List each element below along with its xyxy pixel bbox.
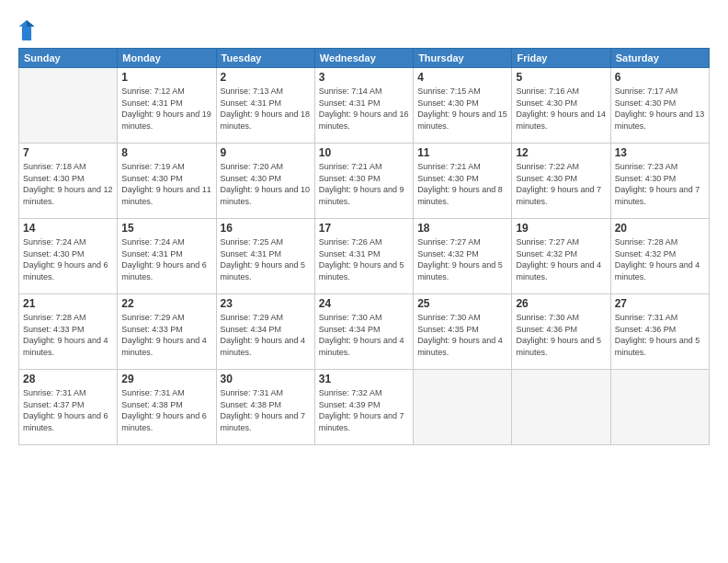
- day-number: 26: [516, 297, 606, 310]
- day-info: Sunrise: 7:26 AMSunset: 4:31 PMDaylight:…: [319, 236, 409, 282]
- day-info: Sunrise: 7:28 AMSunset: 4:32 PMDaylight:…: [615, 236, 705, 282]
- calendar-cell: 13Sunrise: 7:23 AMSunset: 4:30 PMDayligh…: [610, 144, 709, 219]
- calendar-cell: 17Sunrise: 7:26 AMSunset: 4:31 PMDayligh…: [314, 219, 413, 294]
- calendar: SundayMondayTuesdayWednesdayThursdayFrid…: [18, 48, 710, 445]
- day-info: Sunrise: 7:14 AMSunset: 4:31 PMDaylight:…: [319, 86, 409, 132]
- calendar-week-row: 7Sunrise: 7:18 AMSunset: 4:30 PMDaylight…: [19, 144, 710, 219]
- day-number: 14: [23, 222, 113, 235]
- calendar-week-row: 28Sunrise: 7:31 AMSunset: 4:37 PMDayligh…: [19, 370, 710, 445]
- header: [18, 17, 710, 40]
- day-info: Sunrise: 7:31 AMSunset: 4:38 PMDaylight:…: [221, 387, 311, 433]
- calendar-cell: 3Sunrise: 7:14 AMSunset: 4:31 PMDaylight…: [314, 68, 413, 144]
- calendar-cell: 30Sunrise: 7:31 AMSunset: 4:38 PMDayligh…: [216, 370, 314, 445]
- calendar-week-row: 14Sunrise: 7:24 AMSunset: 4:30 PMDayligh…: [19, 219, 710, 294]
- logo-icon: [18, 20, 35, 40]
- logo: [18, 20, 39, 40]
- day-info: Sunrise: 7:19 AMSunset: 4:30 PMDaylight:…: [121, 161, 211, 207]
- calendar-week-row: 21Sunrise: 7:28 AMSunset: 4:33 PMDayligh…: [19, 294, 710, 370]
- weekday-header: Tuesday: [216, 49, 314, 68]
- day-number: 28: [23, 373, 113, 385]
- day-number: 29: [121, 373, 211, 385]
- calendar-cell: 9Sunrise: 7:20 AMSunset: 4:30 PMDaylight…: [216, 144, 314, 219]
- weekday-header: Friday: [512, 49, 610, 68]
- calendar-cell: 26Sunrise: 7:30 AMSunset: 4:36 PMDayligh…: [512, 294, 610, 370]
- day-info: Sunrise: 7:24 AMSunset: 4:31 PMDaylight:…: [121, 236, 211, 282]
- page: SundayMondayTuesdayWednesdayThursdayFrid…: [0, 0, 728, 563]
- day-info: Sunrise: 7:20 AMSunset: 4:30 PMDaylight:…: [221, 161, 311, 207]
- day-info: Sunrise: 7:13 AMSunset: 4:31 PMDaylight:…: [221, 86, 311, 132]
- calendar-cell: 15Sunrise: 7:24 AMSunset: 4:31 PMDayligh…: [118, 219, 216, 294]
- calendar-cell: 6Sunrise: 7:17 AMSunset: 4:30 PMDaylight…: [610, 68, 709, 144]
- day-info: Sunrise: 7:21 AMSunset: 4:30 PMDaylight:…: [417, 161, 507, 207]
- day-info: Sunrise: 7:25 AMSunset: 4:31 PMDaylight:…: [221, 236, 311, 282]
- calendar-cell: 8Sunrise: 7:19 AMSunset: 4:30 PMDaylight…: [118, 144, 216, 219]
- day-info: Sunrise: 7:31 AMSunset: 4:37 PMDaylight:…: [23, 387, 113, 433]
- day-info: Sunrise: 7:32 AMSunset: 4:39 PMDaylight:…: [319, 387, 409, 433]
- calendar-cell: 16Sunrise: 7:25 AMSunset: 4:31 PMDayligh…: [216, 219, 314, 294]
- day-info: Sunrise: 7:12 AMSunset: 4:31 PMDaylight:…: [121, 86, 211, 132]
- calendar-week-row: 1Sunrise: 7:12 AMSunset: 4:31 PMDaylight…: [19, 68, 710, 144]
- day-info: Sunrise: 7:22 AMSunset: 4:30 PMDaylight:…: [516, 161, 606, 207]
- day-info: Sunrise: 7:31 AMSunset: 4:38 PMDaylight:…: [121, 387, 211, 433]
- day-number: 10: [319, 146, 409, 159]
- calendar-cell: 11Sunrise: 7:21 AMSunset: 4:30 PMDayligh…: [414, 144, 512, 219]
- calendar-cell: 4Sunrise: 7:15 AMSunset: 4:30 PMDaylight…: [414, 68, 512, 144]
- calendar-cell: [512, 370, 610, 445]
- day-number: 31: [319, 373, 409, 385]
- calendar-cell: 5Sunrise: 7:16 AMSunset: 4:30 PMDaylight…: [512, 68, 610, 144]
- day-info: Sunrise: 7:23 AMSunset: 4:30 PMDaylight:…: [615, 161, 705, 207]
- day-number: 17: [319, 222, 409, 235]
- weekday-header: Sunday: [19, 49, 118, 68]
- calendar-cell: [19, 68, 118, 144]
- calendar-cell: 18Sunrise: 7:27 AMSunset: 4:32 PMDayligh…: [414, 219, 512, 294]
- calendar-cell: 25Sunrise: 7:30 AMSunset: 4:35 PMDayligh…: [414, 294, 512, 370]
- calendar-cell: 31Sunrise: 7:32 AMSunset: 4:39 PMDayligh…: [314, 370, 413, 445]
- day-number: 20: [615, 222, 705, 235]
- day-number: 9: [221, 146, 311, 159]
- day-number: 27: [615, 297, 705, 310]
- calendar-cell: 24Sunrise: 7:30 AMSunset: 4:34 PMDayligh…: [314, 294, 413, 370]
- weekday-header-row: SundayMondayTuesdayWednesdayThursdayFrid…: [19, 49, 710, 68]
- day-number: 16: [221, 222, 311, 235]
- day-info: Sunrise: 7:30 AMSunset: 4:35 PMDaylight:…: [417, 312, 507, 358]
- day-info: Sunrise: 7:17 AMSunset: 4:30 PMDaylight:…: [615, 86, 705, 132]
- calendar-cell: 21Sunrise: 7:28 AMSunset: 4:33 PMDayligh…: [19, 294, 118, 370]
- calendar-cell: 19Sunrise: 7:27 AMSunset: 4:32 PMDayligh…: [512, 219, 610, 294]
- day-number: 5: [516, 71, 606, 84]
- day-number: 11: [417, 146, 507, 159]
- calendar-cell: 23Sunrise: 7:29 AMSunset: 4:34 PMDayligh…: [216, 294, 314, 370]
- calendar-cell: 1Sunrise: 7:12 AMSunset: 4:31 PMDaylight…: [118, 68, 216, 144]
- weekday-header: Wednesday: [314, 49, 413, 68]
- day-number: 1: [121, 71, 211, 84]
- day-info: Sunrise: 7:31 AMSunset: 4:36 PMDaylight:…: [615, 312, 705, 358]
- weekday-header: Saturday: [610, 49, 709, 68]
- day-info: Sunrise: 7:29 AMSunset: 4:33 PMDaylight:…: [121, 312, 211, 358]
- day-number: 3: [319, 71, 409, 84]
- day-number: 15: [121, 222, 211, 235]
- day-number: 2: [221, 71, 311, 84]
- day-number: 18: [417, 222, 507, 235]
- calendar-cell: 14Sunrise: 7:24 AMSunset: 4:30 PMDayligh…: [19, 219, 118, 294]
- calendar-cell: 22Sunrise: 7:29 AMSunset: 4:33 PMDayligh…: [118, 294, 216, 370]
- calendar-cell: 10Sunrise: 7:21 AMSunset: 4:30 PMDayligh…: [314, 144, 413, 219]
- day-number: 8: [121, 146, 211, 159]
- day-number: 4: [417, 71, 507, 84]
- day-info: Sunrise: 7:27 AMSunset: 4:32 PMDaylight:…: [417, 236, 507, 282]
- day-number: 7: [23, 146, 113, 159]
- calendar-cell: 28Sunrise: 7:31 AMSunset: 4:37 PMDayligh…: [19, 370, 118, 445]
- day-info: Sunrise: 7:21 AMSunset: 4:30 PMDaylight:…: [319, 161, 409, 207]
- day-number: 21: [23, 297, 113, 310]
- weekday-header: Monday: [118, 49, 216, 68]
- day-number: 19: [516, 222, 606, 235]
- day-number: 22: [121, 297, 211, 310]
- day-info: Sunrise: 7:18 AMSunset: 4:30 PMDaylight:…: [23, 161, 113, 207]
- calendar-cell: [610, 370, 709, 445]
- calendar-cell: 20Sunrise: 7:28 AMSunset: 4:32 PMDayligh…: [610, 219, 709, 294]
- day-info: Sunrise: 7:16 AMSunset: 4:30 PMDaylight:…: [516, 86, 606, 132]
- day-number: 25: [417, 297, 507, 310]
- calendar-cell: [414, 370, 512, 445]
- calendar-cell: 27Sunrise: 7:31 AMSunset: 4:36 PMDayligh…: [610, 294, 709, 370]
- day-info: Sunrise: 7:15 AMSunset: 4:30 PMDaylight:…: [417, 86, 507, 132]
- day-number: 24: [319, 297, 409, 310]
- calendar-cell: 12Sunrise: 7:22 AMSunset: 4:30 PMDayligh…: [512, 144, 610, 219]
